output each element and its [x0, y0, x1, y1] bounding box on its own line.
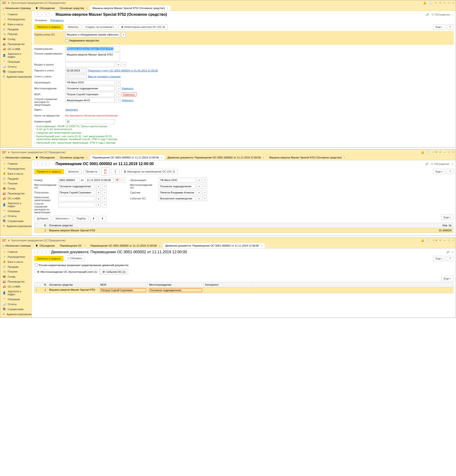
subtab-events[interactable]: ▦События ОС (1)	[100, 269, 128, 274]
open-icon[interactable]: ↗	[116, 98, 120, 103]
col-n[interactable]: N	[34, 223, 48, 228]
nav-ops[interactable]: ᴬᵏОперации	[0, 297, 32, 302]
nav-purch[interactable]: 🛍Покупки	[0, 269, 32, 274]
post-button[interactable]: Провести	[83, 169, 100, 174]
nav-admin[interactable]: ⚙Администрирование	[0, 312, 32, 317]
close-page-icon[interactable]: ×	[452, 162, 453, 165]
burger-icon[interactable]: ≡	[8, 239, 9, 242]
nav-os[interactable]: 🚚ОС и НМА	[0, 46, 32, 51]
more-button[interactable]: Еще	[433, 24, 445, 30]
col-n[interactable]: N	[34, 282, 48, 287]
history-icon[interactable]: 🕓	[427, 239, 430, 242]
open-icon[interactable]: ↗	[203, 184, 207, 189]
mol-change-link[interactable]: Изменить	[122, 92, 136, 96]
nav-prod[interactable]: 🏭Производство	[0, 42, 32, 46]
back-button[interactable]: ←	[34, 250, 41, 254]
close-tab-icon[interactable]: ×	[167, 7, 168, 9]
help-button[interactable]: ?	[447, 256, 453, 261]
subtab-location[interactable]: ▦Местонахождение ОС (бухгалтерский учет)…	[34, 269, 100, 274]
nav-ops[interactable]: ᴬᵏОперации	[0, 59, 32, 64]
way-field[interactable]	[58, 202, 95, 207]
warn-button[interactable]: ❗	[111, 169, 120, 174]
exp-inv[interactable]: ›Сведения для инвентарной карточки	[34, 131, 453, 134]
close-tab-icon[interactable]: ×	[161, 156, 162, 159]
accept-link[interactable]: Принятие к учету ОС 0001-000004 от 01.04…	[88, 69, 158, 72]
tab-move-os[interactable]: Перемещение ОС×	[57, 243, 88, 248]
close-tab-icon[interactable]: ×	[159, 244, 160, 247]
nav-sales[interactable]: 🛒Продажи	[0, 27, 32, 32]
nav-manager[interactable]: ↗Руководителю	[0, 254, 32, 259]
nav-stock[interactable]: 📦Склад	[0, 274, 32, 279]
col-inv[interactable]: Инв. №	[427, 223, 453, 228]
dropdown-icon[interactable]: ▾	[96, 202, 101, 207]
amort-field[interactable]	[65, 98, 115, 103]
fill-button[interactable]: Заполнить	[53, 216, 73, 221]
close-tab-icon[interactable]: ×	[86, 156, 87, 159]
nav-admin[interactable]: ⚙Администрирование	[0, 223, 32, 229]
nav-main[interactable]: ≡Главное	[0, 12, 32, 17]
close-tab-icon[interactable]: ×	[84, 244, 85, 247]
tab-os[interactable]: Основные средства×	[57, 6, 90, 11]
close-icon[interactable]: ×	[452, 239, 454, 242]
col-ka[interactable]: Контрагент	[204, 282, 251, 287]
nav-bank[interactable]: 💰Банк и касса	[0, 22, 32, 27]
dropdown-icon[interactable]: ▾	[197, 184, 201, 189]
tab-move-doc[interactable]: Перемещение ОС 0001-000002 от 11.11.2019…	[88, 243, 163, 248]
nak-button[interactable]: 🖶 Накладная на перемещение ОС (ОС-2)	[121, 169, 178, 174]
ingroup-field[interactable]	[65, 62, 115, 67]
col-loc[interactable]: Местонахождение	[148, 282, 204, 287]
subtab-main[interactable]: Основное	[35, 18, 47, 22]
nav-os[interactable]: 🚚ОС и НМА	[0, 284, 32, 289]
tab-discussions[interactable]: 🗣Обсуждения	[33, 6, 57, 11]
am-field[interactable]	[58, 196, 95, 201]
exp-tax[interactable]: ›Налоговый учет: начисление амортизации,…	[34, 141, 453, 144]
fwd-button[interactable]: →	[43, 250, 50, 254]
create-based-button[interactable]: Создать на основании	[83, 24, 117, 30]
burger-icon[interactable]: ≡	[8, 1, 9, 4]
bell-icon[interactable]: 🔔	[421, 151, 424, 154]
loc-change-link[interactable]: Изменить	[122, 87, 134, 90]
name-field[interactable]: Машина-оверлок Mauser Special 9752	[65, 46, 120, 51]
nav-salary[interactable]: 👤Зарплата и кадры	[0, 51, 32, 59]
dropdown-icon[interactable]: ▾	[116, 62, 120, 67]
send-field[interactable]	[159, 190, 196, 195]
discuss-button[interactable]: 🗨 Обсуждение	[431, 13, 450, 16]
col-mol[interactable]: МОЛ	[99, 282, 148, 287]
num-field[interactable]	[58, 178, 80, 183]
nav-reports[interactable]: 📊Отчеты	[0, 302, 32, 307]
minimize-icon[interactable]: —	[443, 151, 446, 154]
menu-icon[interactable]: ⁝	[452, 13, 453, 16]
nav-manager[interactable]: ↗Руководителю	[0, 17, 32, 22]
dropdown-icon[interactable]: ▾	[96, 184, 101, 189]
menu-icon[interactable]: ≡	[439, 1, 441, 4]
write-button[interactable]: Записать	[65, 169, 82, 174]
menu-icon[interactable]: ≡	[439, 151, 441, 154]
close-tab-icon[interactable]: ×	[86, 7, 87, 9]
grid-more-button[interactable]: Еще	[441, 215, 453, 220]
star-icon[interactable]: ☆	[435, 1, 437, 4]
locos2-field[interactable]	[159, 184, 196, 189]
link-icon[interactable]: 🔗	[426, 13, 429, 16]
dropdown-icon[interactable]: ▾	[121, 32, 126, 37]
fullname-field[interactable]: Машина-оверлок Mauser Special 9752	[65, 52, 120, 61]
nav-main[interactable]: ≡Главное	[0, 161, 32, 166]
nav-sales[interactable]: 🛒Продажи	[0, 264, 32, 269]
open-icon[interactable]: ↗	[102, 190, 107, 195]
nav-refs[interactable]: 📚Справочники	[0, 69, 32, 74]
fwd-button[interactable]: →	[43, 12, 50, 17]
inv-card-button[interactable]: 🖶 Инвентарная карточка ОС (ОС-6)	[118, 24, 168, 30]
subtab-docs[interactable]: Документы	[50, 18, 64, 22]
real-estate-check[interactable]: Недвижимое имущество	[65, 39, 99, 42]
open-icon[interactable]: ↗	[116, 86, 120, 91]
close-icon[interactable]: ×	[452, 151, 454, 154]
tab-item-active[interactable]: Машина-оверлок Mauser Special 9752 (Осно…	[90, 6, 171, 11]
close-icon[interactable]: ×	[452, 1, 454, 4]
date-field[interactable]	[85, 178, 114, 183]
org-field[interactable]	[159, 178, 196, 183]
refresh-button[interactable]: ↻ Обновить	[65, 256, 85, 261]
nav-admin[interactable]: ⚙Администрирование	[0, 74, 32, 79]
open-icon[interactable]: ↗	[203, 196, 207, 201]
nav-salary[interactable]: 👤Зарплата и кадры	[0, 201, 32, 208]
tab-home[interactable]: ⌂Начальная страница	[0, 6, 33, 11]
locos-field[interactable]	[58, 184, 95, 189]
